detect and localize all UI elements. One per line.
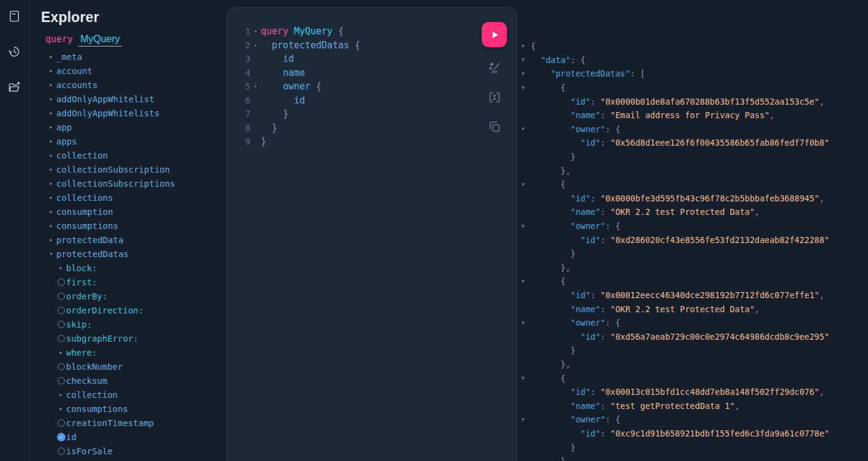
collapse-icon[interactable]: ▼	[522, 126, 531, 132]
caret-closed-icon[interactable]: ▸	[46, 138, 56, 144]
field-unchecked-toggle[interactable]	[56, 321, 66, 328]
code-line[interactable]: 5▾ owner {	[227, 80, 517, 94]
collapse-icon[interactable]: ▼	[522, 85, 531, 91]
query-editor-panel: 1▾query MyQuery {2▾ protectedDatas {3 id…	[226, 7, 517, 461]
collapse-icon[interactable]: ▼	[522, 71, 531, 77]
caret-closed-icon[interactable]: ▸	[46, 208, 56, 215]
tree-item-checksum[interactable]: checksum	[30, 373, 226, 388]
tree-item-where[interactable]: ▸where:	[30, 345, 226, 359]
caret-closed-icon[interactable]: ▸	[46, 166, 56, 173]
fold-icon[interactable]: ▾	[250, 28, 261, 34]
execute-query-button[interactable]	[482, 22, 507, 47]
code-line[interactable]: 6 id	[227, 94, 517, 108]
tree-item-collectionSubscriptions[interactable]: ▸collectionSubscriptions	[30, 176, 226, 190]
history-plugin-button[interactable]	[7, 43, 23, 59]
tree-item-consumption[interactable]: ▸consumption	[30, 204, 226, 219]
tree-item-block[interactable]: ▸block:	[30, 261, 226, 275]
code-line[interactable]: 2▾ protectedDatas {	[227, 39, 517, 53]
tree-item-label: collections	[56, 193, 113, 203]
field-unchecked-toggle[interactable]	[56, 377, 66, 384]
caret-closed-icon[interactable]: ▸	[46, 110, 56, 116]
tree-item-label: protectedData	[56, 235, 124, 245]
tree-item-collectionSubscription[interactable]: ▸collectionSubscription	[30, 162, 226, 176]
collapse-icon[interactable]: ▼	[522, 375, 531, 381]
caret-closed-icon[interactable]: ▸	[46, 124, 56, 130]
code-line[interactable]: 8 }	[227, 121, 517, 135]
caret-closed-icon[interactable]: ▸	[46, 236, 56, 243]
tree-item-orderDirection[interactable]: orderDirection:	[30, 303, 226, 317]
tree-item-protectedData[interactable]: ▸protectedData	[30, 233, 226, 247]
caret-closed-icon[interactable]: ▸	[56, 405, 66, 412]
tree-item-blockNumber[interactable]: blockNumber	[30, 359, 226, 373]
field-unchecked-toggle[interactable]	[56, 419, 66, 427]
code-line[interactable]: 9}	[227, 135, 517, 149]
tree-item-isForSale[interactable]: isForSale	[30, 444, 226, 458]
field-unchecked-toggle[interactable]	[56, 335, 66, 342]
field-unchecked-toggle[interactable]	[56, 448, 66, 455]
collapse-icon[interactable]: ▼	[522, 320, 531, 326]
json-line: }	[518, 247, 868, 261]
caret-closed-icon[interactable]: ▸	[46, 180, 56, 187]
tree-item-label: first:	[66, 277, 97, 287]
query-editor[interactable]: 1▾query MyQuery {2▾ protectedDatas {3 id…	[227, 8, 517, 149]
tree-item-consumptions[interactable]: ▸consumptions	[30, 219, 226, 233]
docs-plugin-button[interactable]	[7, 8, 23, 24]
collapse-icon[interactable]: ▼	[522, 182, 531, 187]
field-unchecked-toggle[interactable]	[56, 307, 66, 314]
tree-item-account[interactable]: ▸account	[30, 64, 226, 78]
explorer-plugin-button[interactable]	[7, 79, 23, 95]
tree-item-id[interactable]: ✓id	[30, 430, 226, 444]
merge-fragments-button[interactable]	[486, 89, 503, 106]
tree-item-_meta[interactable]: ▸_meta	[30, 50, 226, 64]
fold-icon[interactable]: ▾	[250, 83, 261, 89]
field-checked-toggle[interactable]: ✓	[56, 433, 66, 441]
collapse-icon[interactable]: ▼	[522, 279, 531, 284]
code-line[interactable]: 7 }	[227, 107, 517, 121]
copy-query-button[interactable]	[486, 118, 503, 135]
tree-item-addOnlyAppWhitelist[interactable]: ▸addOnlyAppWhitelist	[30, 92, 226, 106]
operation-name-input[interactable]: MyQuery	[78, 34, 122, 47]
caret-closed-icon[interactable]: ▸	[46, 81, 56, 88]
code-line[interactable]: 4 name	[227, 66, 517, 80]
tree-item-label: subgraphError:	[66, 334, 138, 343]
caret-closed-icon[interactable]: ▸	[46, 222, 56, 229]
code-line[interactable]: 1▾query MyQuery {	[227, 24, 517, 39]
collapse-icon[interactable]: ▼	[522, 43, 531, 49]
caret-closed-icon[interactable]: ▸	[46, 194, 56, 201]
tree-item-collection[interactable]: ▸collection	[30, 148, 226, 162]
tree-item-collections[interactable]: ▸collections	[30, 190, 226, 204]
field-unchecked-toggle[interactable]	[56, 363, 66, 370]
caret-open-icon[interactable]: ▾	[46, 250, 56, 257]
caret-closed-icon[interactable]: ▸	[56, 349, 66, 356]
caret-closed-icon[interactable]: ▸	[46, 53, 56, 60]
tree-item-subgraphError[interactable]: subgraphError:	[30, 331, 226, 345]
fold-icon[interactable]: ▾	[250, 42, 261, 48]
json-line: ▼ "owner": {	[518, 316, 868, 330]
tree-item-accounts[interactable]: ▸accounts	[30, 78, 226, 92]
field-unchecked-toggle[interactable]	[56, 293, 66, 300]
collapse-icon[interactable]: ▼	[522, 223, 531, 229]
tree-item-label: collectionSubscriptions	[56, 179, 175, 189]
tree-item-app[interactable]: ▸app	[30, 120, 226, 134]
tree-item-creationTimestamp[interactable]: creationTimestamp	[30, 416, 226, 430]
field-unchecked-toggle[interactable]	[56, 279, 66, 286]
tree-item-apps[interactable]: ▸apps	[30, 134, 226, 148]
tree-item-addOnlyAppWhitelists[interactable]: ▸addOnlyAppWhitelists	[30, 106, 226, 120]
code-line[interactable]: 3 id	[227, 52, 517, 66]
tree-item-first[interactable]: first:	[30, 275, 226, 289]
collapse-icon[interactable]: ▼	[522, 417, 531, 422]
tree-item-orderBy[interactable]: orderBy:	[30, 289, 226, 303]
tree-item-collection[interactable]: ▸collection	[30, 388, 226, 402]
caret-closed-icon[interactable]: ▸	[56, 264, 66, 271]
caret-closed-icon[interactable]: ▸	[46, 152, 56, 159]
caret-closed-icon[interactable]: ▸	[56, 391, 66, 398]
tree-item-skip[interactable]: skip:	[30, 317, 226, 331]
caret-closed-icon[interactable]: ▸	[46, 67, 56, 74]
json-line: },	[518, 358, 868, 372]
explorer-title: Explorer	[41, 9, 226, 26]
caret-closed-icon[interactable]: ▸	[46, 96, 56, 102]
tree-item-protectedDatas[interactable]: ▾protectedDatas	[30, 247, 226, 261]
collapse-icon[interactable]: ▼	[522, 57, 531, 62]
tree-item-consumptions[interactable]: ▸consumptions	[30, 402, 226, 416]
prettify-query-button[interactable]	[486, 59, 503, 77]
